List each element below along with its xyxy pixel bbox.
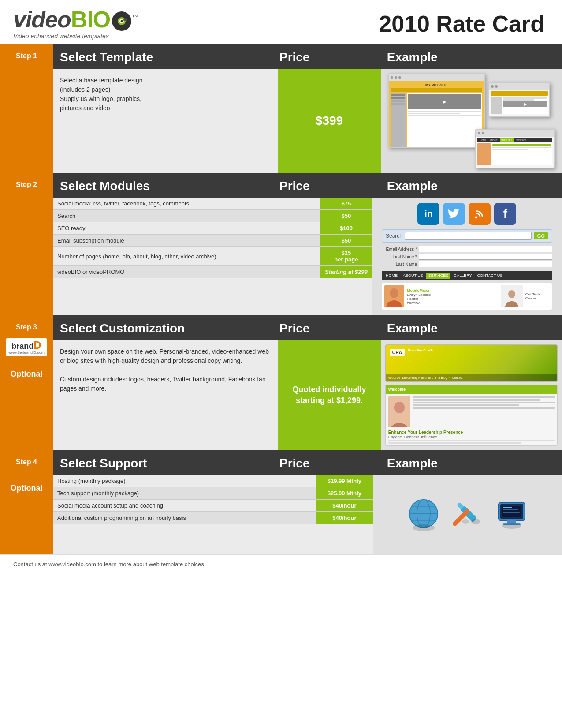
rate-card-title: 2010 Rate Card: [379, 11, 544, 37]
brand-url: www.thebrandID.com: [8, 351, 45, 355]
step4-example: [373, 475, 562, 554]
module-desc-2: Search: [53, 210, 320, 222]
step3-example-header-col: Example: [380, 315, 562, 340]
svg-rect-32: [503, 512, 520, 513]
table-row: Tech support (monthly package) $25.00 Mt…: [53, 487, 373, 500]
table-row: Social media: rss, twitter, facebook, ta…: [53, 198, 372, 210]
social-icons-row: in f: [417, 203, 516, 225]
coach-photo: [388, 396, 410, 427]
step2-content: Select Modules Price Example Social medi…: [53, 173, 562, 315]
facebook-icon: f: [494, 203, 516, 225]
step3-example-header: Example: [387, 321, 555, 336]
step4-support-area: Hosting (monthly package) $19.99 Mthly T…: [53, 475, 373, 554]
svg-point-6: [386, 300, 402, 307]
step3-desc-custom: Custom design includes: logos, headers, …: [60, 375, 271, 393]
step3-description: Design your own space on the web. Person…: [53, 340, 278, 450]
step1-desc-line2: (includes 2 pages): [60, 85, 271, 94]
firstname-label: First Name *: [382, 254, 417, 259]
email-label: Email Address *: [382, 247, 417, 252]
logo-video-text: video: [13, 7, 71, 32]
step3-optional-label: Optional: [11, 370, 43, 379]
coach-site-body: [386, 394, 557, 430]
sunflower-subtitle: Executive Coach: [408, 349, 433, 352]
hosting-icon: [406, 496, 441, 533]
step1-price-header-col: Price: [272, 44, 380, 69]
table-row: Additional custom programming on an hour…: [53, 512, 373, 524]
svg-rect-21: [452, 508, 470, 527]
svg-point-8: [508, 290, 515, 298]
coach-text-line-3: [413, 402, 555, 403]
step1-desc-line4: pictures and video: [60, 104, 271, 113]
search-input-mock: [405, 232, 532, 240]
step2-example-header: Example: [387, 179, 555, 193]
support-price-2: $25.00 Mthly: [316, 487, 373, 500]
support-desc-3: Social media account setup and coaching: [53, 500, 316, 512]
coach-site-mock: Welcome: [385, 385, 558, 446]
step3-number: Step 3: [16, 323, 37, 331]
profile-text-mock: MobileMiser Evelyn LacosteRealtorRE/MAX: [407, 288, 498, 305]
step2-section: Step 2 Select Modules Price Example Soci…: [0, 173, 562, 315]
svg-point-33: [502, 523, 521, 529]
step3-example: ORA Executive Coach About Us Leadership …: [381, 340, 562, 450]
step1-mockup3-bar: [476, 130, 554, 137]
step1-section: Step 1 Select Template Price Example Sel…: [0, 44, 562, 173]
module-desc-3: SEO ready: [53, 222, 320, 235]
firstname-field-row: First Name *: [382, 254, 552, 260]
step1-content: Select Template Price Example Select a b…: [53, 44, 562, 173]
support-icons-area: [377, 496, 558, 533]
sunflower-nav-about: About Us: [388, 376, 401, 379]
firstname-input-mock: [419, 254, 552, 260]
step1-description: Select a base template design (includes …: [53, 69, 278, 173]
step1-price-header: Price: [279, 50, 373, 64]
table-row: Email subscription module $50: [53, 235, 372, 247]
table-row: Number of pages (home, bio, about, blog,…: [53, 247, 372, 266]
step4-content: Select Support Price Example Hosting (mo…: [53, 450, 562, 554]
svg-rect-31: [503, 511, 516, 511]
svg-point-11: [394, 402, 405, 413]
step4-label: Step 4 Optional: [0, 450, 53, 554]
step2-example: in f Search GO: [372, 198, 562, 315]
svg-rect-3: [123, 19, 127, 21]
step1-mockup2-bar: [489, 83, 549, 90]
rss-icon: [469, 203, 491, 225]
step2-number: Step 2: [16, 181, 37, 189]
step2-label: Step 2: [0, 173, 53, 315]
coach-site-header: Welcome: [386, 385, 557, 394]
brand-logo-box: brandD www.thebrandID.com: [6, 338, 47, 356]
table-row: SEO ready $100: [53, 222, 372, 235]
step3-body-row: Design your own space on the web. Person…: [53, 340, 562, 450]
module-desc-6: videoBIO or videoPROMO: [53, 266, 320, 278]
svg-rect-30: [503, 509, 518, 510]
step2-modules-area: Social media: rss, twitter, facebook, ta…: [53, 198, 372, 315]
support-desc-2: Tech support (monthly package): [53, 487, 316, 500]
brand-d-text: D: [33, 339, 41, 351]
brand-text: brand: [11, 342, 33, 351]
table-row: Social media account setup and coaching …: [53, 500, 373, 512]
nav-gallery: GALLERY: [451, 273, 474, 279]
step3-price-header-col: Price: [272, 315, 380, 340]
module-price-5: $25per page: [320, 247, 372, 266]
go-button-mock: GO: [534, 232, 548, 239]
sunflower-nav-leadership: Leadership Personal...: [402, 376, 433, 379]
step1-header-row: Select Template Price Example: [53, 44, 562, 69]
step3-title-col: Select Customization: [53, 315, 272, 340]
coach-cta-line2: [388, 442, 521, 444]
email-field-row: Email Address *: [382, 246, 552, 252]
step1-title: Select Template: [60, 50, 265, 64]
step1-price: $399: [278, 69, 380, 173]
logo-bio-text: BIO: [71, 7, 110, 32]
linkedin-icon: in: [417, 203, 439, 225]
step3-label: Step 3 brandD www.thebrandID.com Optiona…: [0, 315, 53, 450]
step4-support-table: Hosting (monthly package) $19.99 Mthly T…: [53, 475, 373, 524]
support-price-1: $19.99 Mthly: [316, 475, 373, 487]
coach-text-line-4: [413, 404, 519, 406]
coach-site-title: Welcome: [388, 387, 406, 392]
table-row: Hosting (monthly package) $19.99 Mthly: [53, 475, 373, 487]
table-row: Search $50: [53, 210, 372, 222]
lastname-input-mock: [419, 261, 552, 267]
profile-title: Evelyn LacosteRealtorRE/MAX: [407, 293, 498, 305]
step1-mockup-secondary-2: HOME ABOUT SERVICES CONTACT: [475, 129, 555, 168]
step1-secondary-mockups: ▶ HOME ABOUT SERVICES: [488, 73, 555, 168]
step3-price-text: Quoted individually starting at $1,299.: [281, 384, 377, 406]
svg-point-23: [462, 519, 469, 524]
